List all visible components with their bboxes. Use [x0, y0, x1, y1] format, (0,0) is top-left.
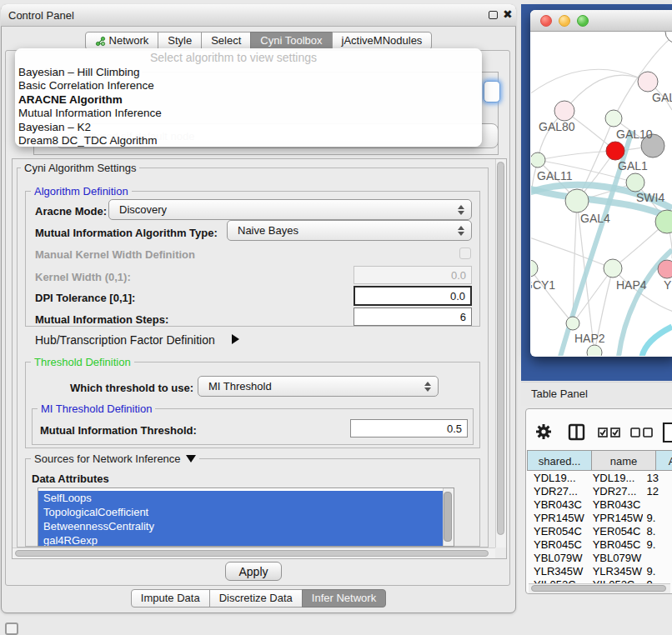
document-icon[interactable] — [664, 423, 672, 442]
vertical-scrollbar-thumb[interactable] — [497, 162, 504, 535]
table-cell: 8. — [643, 525, 672, 538]
network-node[interactable] — [531, 152, 545, 168]
table-row[interactable]: YDR27...YDR27...12 — [528, 485, 672, 498]
column-header-a[interactable]: A — [655, 450, 672, 471]
zoom-traffic-light-icon[interactable] — [577, 15, 589, 27]
which-threshold-combobox[interactable]: MI Threshold — [198, 376, 439, 397]
expander-expanded-icon[interactable] — [186, 455, 196, 462]
network-node[interactable] — [658, 260, 672, 278]
aracne-mode-value: Discovery — [119, 203, 167, 216]
table-row[interactable]: YPR145WYPR145W9. — [528, 512, 672, 525]
network-node[interactable] — [554, 101, 574, 121]
network-edge[interactable] — [531, 69, 648, 100]
mi-threshold-label: Mutual Information Threshold: — [40, 424, 197, 437]
table-cell: YBL079W — [585, 552, 643, 565]
algorithm-option-basic-correlation-inference[interactable]: Basic Correlation Inference — [18, 79, 460, 92]
table-hscrollbar-thumb[interactable] — [531, 585, 666, 592]
algorithm-combobox-focused-end[interactable] — [484, 81, 500, 102]
network-edge[interactable] — [531, 235, 613, 268]
kernel-width-label: Kernel Width (0,1): — [35, 271, 131, 283]
control-panel-titlebar[interactable] — [1, 4, 516, 27]
tab-select[interactable]: Select — [201, 32, 251, 50]
network-node[interactable] — [638, 72, 658, 92]
mi-threshold-input[interactable]: 0.5 — [350, 419, 468, 438]
float-window-icon[interactable] — [489, 11, 498, 19]
network-node[interactable] — [565, 189, 589, 212]
manual-kernel-checkbox[interactable] — [459, 248, 471, 259]
network-node[interactable] — [531, 260, 538, 277]
attribute-item-topologicalcoefficient[interactable]: TopologicalCoefficient — [38, 505, 444, 519]
tab-impute-data[interactable]: Impute Data — [131, 589, 210, 608]
table-cell — [643, 552, 672, 565]
checked-checkbox-icon[interactable] — [599, 428, 607, 437]
horizontal-scrollbar-thumb[interactable] — [15, 550, 489, 557]
table-row[interactable]: YER054CYER054C8. — [528, 525, 672, 538]
network-node[interactable] — [605, 110, 622, 127]
unchecked-checkbox-icon[interactable] — [631, 428, 639, 437]
node-label-gal: GAL — [652, 91, 672, 104]
table-row[interactable]: YBR043CYBR043C — [528, 498, 672, 512]
close-icon[interactable]: ✖ — [503, 8, 513, 21]
panel-grip-icon[interactable] — [5, 622, 18, 635]
table-cell: YBR045C — [528, 538, 585, 552]
table-cell: YDR27... — [585, 485, 643, 498]
tab-label: Network — [109, 32, 149, 50]
list-scrollbar-thumb[interactable] — [444, 492, 452, 542]
tab-cyni-toolbox[interactable]: Cyni Toolbox — [250, 32, 332, 50]
table-cell: YDR27... — [528, 485, 585, 498]
network-node[interactable] — [587, 345, 602, 356]
table-row[interactable]: YLR345WYLR345W9. — [528, 565, 672, 578]
algorithm-option-mutual-information-inference[interactable]: Mutual Information Inference — [18, 107, 460, 120]
network-edge[interactable] — [531, 268, 573, 323]
network-canvas[interactable]: GALGAL80GAL10GAL1GAL11SWI4GAL4GCY1HAP4YH… — [531, 32, 672, 356]
attribute-item-betweennesscentrality[interactable]: BetweennessCentrality — [38, 519, 444, 533]
table-cell — [643, 498, 672, 512]
node-label-gcy1: GCY1 — [531, 278, 555, 292]
tab-jactivemnodules[interactable]: jActiveMNodules — [332, 32, 433, 50]
mi-steps-input[interactable]: 6 — [354, 308, 472, 326]
data-attributes-list[interactable]: SelfLoopsTopologicalCoefficientBetweenne… — [38, 488, 454, 547]
network-edge[interactable] — [642, 327, 672, 356]
unchecked-checkbox-icon[interactable] — [644, 428, 652, 437]
mi-type-combobox[interactable]: Naive Bayes — [227, 220, 472, 241]
checked-checkbox-icon[interactable] — [611, 428, 619, 437]
kernel-width-input[interactable]: 0.0 — [354, 266, 472, 284]
tab-infer-network[interactable]: Infer Network — [302, 589, 386, 608]
network-edge[interactable] — [538, 151, 615, 160]
table-cell: YPR145W — [585, 512, 643, 525]
algorithm-option-bayesian-k2[interactable]: Bayesian – K2 — [18, 121, 460, 134]
table-cell: 9. — [643, 538, 672, 552]
network-icon — [95, 36, 106, 47]
algorithm-option-aracne-algorithm[interactable]: ARACNE Algorithm — [18, 93, 460, 107]
network-window-titlebar[interactable] — [530, 10, 672, 32]
table-header: shared...nameA — [528, 450, 672, 471]
bottom-tabs: Impute DataDiscretize DataInfer Network — [1, 589, 516, 608]
tab-discretize-data[interactable]: Discretize Data — [209, 589, 303, 608]
apply-button[interactable]: Apply — [225, 562, 282, 581]
column-header-name[interactable]: name — [591, 450, 656, 471]
expander-collapsed-icon[interactable] — [232, 334, 239, 344]
aracne-mode-combobox[interactable]: Discovery — [108, 199, 472, 220]
dpi-tolerance-input[interactable]: 0.0 — [354, 286, 472, 306]
close-traffic-light-icon[interactable] — [540, 15, 552, 27]
tab-style[interactable]: Style — [158, 32, 202, 50]
dpi-tolerance-label: DPI Tolerance [0,1]: — [35, 292, 135, 304]
combo-stepper-icon — [458, 205, 464, 215]
table-row[interactable]: YBL079WYBL079W — [528, 552, 672, 565]
network-node[interactable] — [566, 317, 579, 330]
network-node[interactable] — [604, 259, 622, 278]
network-node[interactable] — [606, 142, 624, 160]
column-header-shared[interactable]: shared... — [527, 450, 592, 471]
gear-icon[interactable] — [536, 424, 551, 439]
table-row[interactable]: YBR045CYBR045C9. — [528, 538, 672, 552]
attribute-item-selfloops[interactable]: SelfLoops — [38, 491, 444, 505]
table-row[interactable]: YDL19...YDL19...13 — [528, 472, 672, 485]
algorithm-option-bayesian-hill-climbing[interactable]: Bayesian – Hill Climbing — [18, 66, 460, 79]
cyni-algorithm-settings-title: Cyni Algorithm Settings — [21, 162, 139, 174]
split-columns-icon[interactable] — [569, 425, 584, 439]
tab-network[interactable]: Network — [85, 32, 159, 50]
minimize-traffic-light-icon[interactable] — [559, 15, 570, 27]
algorithm-option-dream8-dc-tdc-algorithm[interactable]: Dream8 DC_TDC Algorithm — [18, 134, 460, 148]
attribute-item-gal4rgexp[interactable]: gal4RGexp — [38, 533, 444, 547]
network-node[interactable] — [626, 173, 644, 192]
